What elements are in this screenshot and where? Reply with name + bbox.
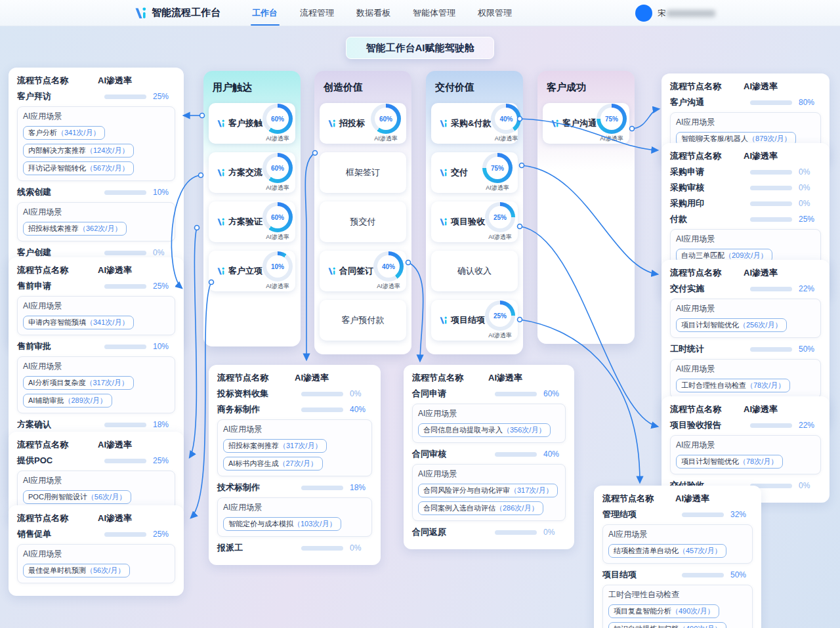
ai-scene-tag[interactable]: AI分析项目复杂度（317次/月） [23, 376, 134, 390]
ai-scene-tag-label: POC用例智能设计 [28, 493, 87, 501]
stage-card[interactable]: 方案验证60%AI渗透率 [209, 201, 295, 242]
stage-card[interactable]: 项目验收25%AI渗透率 [431, 201, 518, 242]
ai-scene-title: AI应用场景 [676, 303, 815, 314]
connector-dot [199, 173, 203, 178]
ai-scene-tag[interactable]: 项目复盘智能分析（490次/月） [608, 604, 719, 618]
process-row: 销售促单25% [17, 528, 175, 540]
rate-column-header: AI渗透率 [98, 439, 175, 451]
stage-name: 框架签订 [346, 167, 380, 178]
donut-caption: AI渗透率 [266, 233, 289, 241]
progress-percent: 25% [153, 282, 175, 291]
ai-scene-tag[interactable]: AI辅助审批（289次/月） [23, 394, 112, 408]
stage-card[interactable]: 合同签订40%AI渗透率 [320, 251, 406, 291]
progress-percent: 18% [153, 420, 175, 429]
ai-logo-icon [436, 119, 448, 128]
stage-card-right: 40%AI渗透率 [491, 104, 521, 143]
stage-card[interactable]: 方案交流60%AI渗透率 [209, 152, 295, 193]
stage-card[interactable]: 预交付 [320, 201, 406, 242]
user-menu[interactable]: 宋 [635, 0, 715, 26]
nav-item-2[interactable]: 数据看板 [356, 0, 390, 26]
donut-caption: AI渗透率 [488, 331, 512, 340]
stage-card[interactable]: 客户立项10%AI渗透率 [209, 251, 295, 291]
ai-scene-tag[interactable]: 内部解决方案推荐（124次/月） [23, 144, 134, 157]
progress-bar [750, 170, 792, 175]
stage-card[interactable]: 交付75%AI渗透率 [431, 152, 518, 193]
stage-card-right: 60%AI渗透率 [262, 202, 293, 241]
stage-name: 合同签订 [339, 265, 373, 277]
ai-scene-tag[interactable]: 招投标案例推荐（317次/月） [223, 439, 327, 453]
process-row: 采购申请0% [670, 166, 821, 178]
ai-scene-tag[interactable]: 最佳促单时机预测（56次/月） [23, 564, 130, 577]
nav-item-3[interactable]: 智能体管理 [413, 0, 455, 26]
ai-scene-tags: POC用例智能设计（56次/月） [23, 490, 169, 504]
ai-scene-tag[interactable]: 合同信息自动提取与录入（356次/月） [418, 423, 551, 437]
ai-scene-tag[interactable]: POC用例智能设计（56次/月） [23, 490, 131, 504]
process-row: 付款25% [670, 213, 821, 225]
stage-card[interactable]: 采购&付款40%AI渗透率 [431, 103, 518, 144]
ai-scene-tag[interactable]: 合同风险评分与自动化评审（317次/月） [418, 484, 558, 497]
process-row: 交付实施22% [670, 283, 821, 295]
process-row: 客户沟通80% [670, 96, 821, 108]
process-node-name: 项目验收报告 [670, 419, 750, 431]
stage-card[interactable]: 招投标60%AI渗透率 [320, 103, 406, 144]
donut-chart: 25% [485, 202, 515, 232]
ai-scene-tag[interactable]: 结项检查清单自动化（457次/月） [608, 544, 726, 558]
ai-scene-tag[interactable]: 项目计划智能优化（256次/月） [676, 318, 787, 332]
ai-scene-tag[interactable]: 招投标线索推荐（362次/月） [23, 222, 127, 236]
node-column-header: 流程节点名称 [17, 439, 98, 451]
ai-scene-tag[interactable]: 智能定价与成本模拟（103次/月） [223, 517, 341, 531]
process-row: 商务标制作40% [217, 404, 372, 415]
ai-scene-tag-label: 合同信息自动提取与录入 [423, 426, 503, 434]
stage-name: 采购&付款 [451, 117, 491, 129]
ai-scene-tag-count: （341次/月） [86, 318, 129, 326]
progress-bar [682, 513, 724, 517]
ai-scene-box: AI应用场景POC用例智能设计（56次/月） [17, 471, 175, 510]
ai-scene-tag[interactable]: 工时合理性自动检查（78次/月） [676, 379, 790, 392]
dashboard-title-banner: 智能工作台AI赋能驾驶舱 [346, 37, 494, 59]
ai-scene-tag[interactable]: 拜访记录智能转化（567次/月） [23, 161, 134, 175]
stage-name: 客户预付款 [342, 314, 385, 326]
progress-bar [301, 486, 343, 490]
ai-scene-box: AI应用场景AI分析项目复杂度（317次/月）AI辅助审批（289次/月） [17, 356, 175, 413]
process-node-name: 采购用印 [670, 198, 750, 209]
nav-item-0[interactable]: 工作台 [252, 0, 278, 26]
donut-chart: 75% [482, 153, 513, 183]
nav-item-4[interactable]: 权限管理 [478, 0, 512, 26]
ai-scene-tag[interactable]: 合同案例入选自动评估（286次/月） [418, 501, 543, 515]
stage-card[interactable]: 确认收入 [431, 251, 518, 291]
process-node-name: 售前申请 [17, 280, 104, 292]
stage-card-left: 招投标 [325, 117, 365, 129]
ai-scene-tag[interactable]: 客户分析（341次/月） [23, 126, 105, 140]
ai-scene-tag[interactable]: 知识自动提炼与归档（490次/月） [608, 622, 726, 628]
ai-scene-title: AI应用场景 [23, 207, 169, 218]
progress-percent: 0% [153, 248, 175, 257]
ai-scene-box: AI应用场景项目计划智能优化（256次/月） [670, 299, 821, 338]
rate-column-header: AI渗透率 [98, 264, 175, 276]
ai-scene-box: AI应用场景结项检查清单自动化（457次/月） [602, 524, 753, 564]
panel-header: 流程节点名称AI渗透率 [17, 264, 175, 276]
stage-card[interactable]: 项目结项25%AI渗透率 [431, 300, 518, 341]
user-avatar[interactable] [635, 5, 652, 22]
stage-card-left: 客户沟通 [548, 117, 597, 129]
ai-scene-tags: 项目复盘智能分析（490次/月）知识自动提炼与归档（490次/月） [608, 604, 747, 628]
process-row: 投标资料收集0% [217, 388, 372, 400]
top-navbar: 智能流程工作台 工作台流程管理数据看板智能体管理权限管理 宋 [0, 0, 840, 26]
ai-scene-tag-count: （289次/月） [64, 396, 106, 404]
nav-item-1[interactable]: 流程管理 [300, 0, 334, 26]
process-row: 合同返原0% [412, 526, 566, 538]
stage-card[interactable]: 客户接触60%AI渗透率 [209, 103, 295, 144]
ai-scene-title: AI应用场景 [23, 475, 169, 486]
ai-scene-title: AI应用场景 [676, 440, 815, 451]
stage-card[interactable]: 框架签订 [320, 152, 406, 193]
ai-scene-box: AI应用场景客户分析（341次/月）内部解决方案推荐（124次/月）拜访记录智能… [17, 106, 175, 181]
stage-card[interactable]: 客户沟通75%AI渗透率 [543, 103, 629, 144]
ai-scene-tag-label: 项目计划智能优化 [681, 457, 739, 465]
ai-scene-tag-label: 招投标案例推荐 [228, 442, 279, 450]
ai-scene-tag[interactable]: 申请内容智能预填（341次/月） [23, 316, 134, 329]
progress-bar [104, 345, 146, 349]
stage-name: 确认收入 [457, 265, 492, 277]
stage-card[interactable]: 客户预付款 [320, 300, 406, 341]
ai-scene-tag[interactable]: AI标书内容生成（27次/月） [223, 457, 323, 471]
ai-scene-tag[interactable]: 项目计划智能优化（78次/月） [676, 455, 783, 469]
stage-name: 客户立项 [228, 265, 262, 277]
